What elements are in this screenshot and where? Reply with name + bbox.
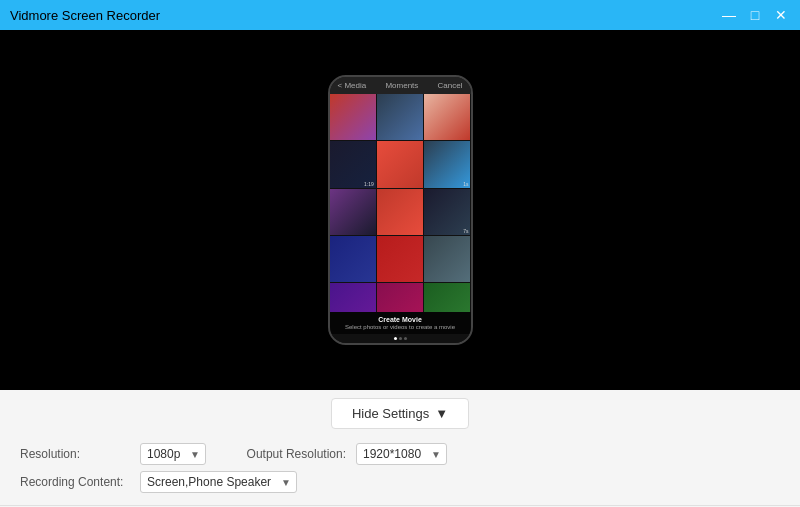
- list-item: [377, 189, 423, 235]
- resolution-select[interactable]: 480p 720p 1080p 1440p 4K: [147, 447, 199, 461]
- create-movie-label: Create Movie: [336, 316, 465, 323]
- list-item: [377, 141, 423, 187]
- phone-bottom-bar: Create Movie Select photos or videos to …: [330, 312, 471, 334]
- photo-grid: 1:19 1s 7s 20m: [330, 94, 471, 312]
- list-item: [424, 236, 470, 282]
- list-item: [330, 189, 376, 235]
- list-item: [330, 94, 376, 140]
- list-item: 1s: [424, 141, 470, 187]
- resolution-label: Resolution:: [20, 447, 130, 461]
- dot-3: [404, 337, 407, 340]
- phone-cancel-label[interactable]: Cancel: [438, 81, 463, 90]
- title-bar-controls: — □ ✕: [720, 6, 790, 24]
- hide-settings-button[interactable]: Hide Settings ▼: [331, 398, 469, 429]
- phone-bottom-subtext: Select photos or videos to create a movi…: [336, 324, 465, 330]
- minimize-button[interactable]: —: [720, 6, 738, 24]
- list-item: 1:19: [330, 141, 376, 187]
- phone-moments-label: Moments: [385, 81, 418, 90]
- output-resolution-select-wrapper[interactable]: 1280*720 1920*1080 2560*1440 ▼: [356, 443, 447, 465]
- dot-2: [399, 337, 402, 340]
- hide-settings-label: Hide Settings: [352, 406, 429, 421]
- list-item: 20m: [377, 283, 423, 312]
- list-item: [424, 94, 470, 140]
- list-item: [424, 283, 470, 312]
- title-bar: Vidmore Screen Recorder — □ ✕: [0, 0, 800, 30]
- list-item: [330, 236, 376, 282]
- dots-indicator: [394, 337, 407, 340]
- list-item: [377, 94, 423, 140]
- phone-media-label: < Media: [338, 81, 367, 90]
- close-button[interactable]: ✕: [772, 6, 790, 24]
- recording-content-label: Recording Content:: [20, 475, 130, 489]
- list-item: 7s: [424, 189, 470, 235]
- phone-bottom-indicator: [330, 334, 471, 343]
- resolution-row: Resolution: 480p 720p 1080p 1440p 4K ▼ O…: [20, 443, 780, 465]
- recording-area: < Media Moments Cancel 1:19 1s 7s 20m: [0, 30, 800, 390]
- hide-settings-row: Hide Settings ▼: [0, 390, 800, 437]
- chevron-down-icon: ▼: [435, 406, 448, 421]
- recording-content-select[interactable]: Screen,Phone Speaker Screen Phone Speake…: [147, 475, 290, 489]
- recording-content-row: Recording Content: Screen,Phone Speaker …: [20, 471, 780, 493]
- recording-content-select-wrapper[interactable]: Screen,Phone Speaker Screen Phone Speake…: [140, 471, 297, 493]
- phone-top-bar: < Media Moments Cancel: [330, 77, 471, 94]
- settings-area: Resolution: 480p 720p 1080p 1440p 4K ▼ O…: [0, 437, 800, 505]
- resolution-select-wrapper[interactable]: 480p 720p 1080p 1440p 4K ▼: [140, 443, 206, 465]
- phone-content: 1:19 1s 7s 20m: [330, 94, 471, 312]
- output-resolution-label: Output Resolution:: [216, 447, 346, 461]
- list-item: [377, 236, 423, 282]
- dot-1: [394, 337, 397, 340]
- app-title: Vidmore Screen Recorder: [10, 8, 160, 23]
- maximize-button[interactable]: □: [746, 6, 764, 24]
- output-resolution-select[interactable]: 1280*720 1920*1080 2560*1440: [363, 447, 440, 461]
- list-item: [330, 283, 376, 312]
- phone-mockup: < Media Moments Cancel 1:19 1s 7s 20m: [328, 75, 473, 345]
